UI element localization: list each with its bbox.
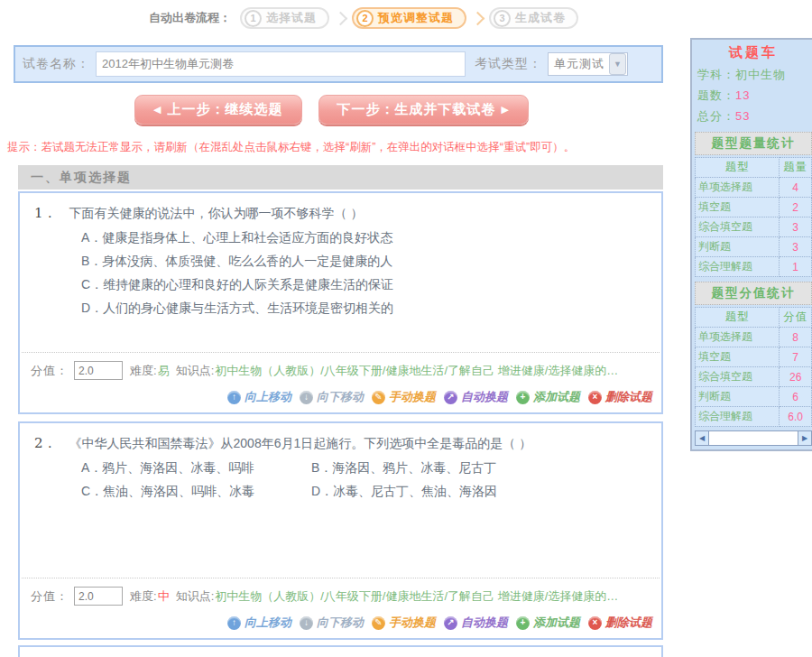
row-type: 判断题 xyxy=(696,387,780,407)
add-question-button[interactable]: + 添加试题 xyxy=(516,615,580,631)
exam-type-selected-value: 单元测试 xyxy=(549,56,608,72)
difficulty-label: 难度: xyxy=(130,363,157,379)
question-count-value: 13 xyxy=(735,88,750,102)
nav-buttons-row: ◀ 上一步：继续选题 下一步：生成并下载试卷 ▶ xyxy=(0,95,663,125)
move-down-button[interactable]: ↓ 向下移动 xyxy=(300,389,364,405)
move-down-label: 向下移动 xyxy=(317,615,364,631)
row-value: 3 xyxy=(780,217,812,237)
row-value: 6 xyxy=(780,387,812,407)
scroll-right-icon[interactable]: ▶ xyxy=(798,430,812,446)
table-row: 填空题7 xyxy=(696,347,812,367)
option-row: C．焦油、海洛因、吗啡、冰毒 D．冰毒、尼古丁、焦油、海洛因 xyxy=(25,479,651,503)
wizard-flow-bar: 自动出卷流程： 1 选择试题 2 预览调整试题 3 生成试卷 xyxy=(0,0,812,30)
score-input[interactable] xyxy=(74,587,123,606)
count-stats-header: 题型题量统计 xyxy=(695,132,812,155)
add-circle-icon: + xyxy=(516,391,530,404)
add-question-button[interactable]: + 添加试题 xyxy=(516,389,580,405)
row-value: 6.0 xyxy=(780,407,812,427)
exam-type-label: 考试类型： xyxy=(475,56,542,72)
scroll-left-icon[interactable]: ◀ xyxy=(695,430,709,446)
option-a: A．健康是指身体上、心理上和社会适应方面的良好状态 xyxy=(25,226,651,249)
subject-label: 学科： xyxy=(697,68,735,81)
score-stats-table: 题型 分值 单项选择题8 填空题7 综合填空题26 判断题6 综合理解题6.0 xyxy=(695,307,812,427)
auto-swap-label: 自动换题 xyxy=(461,389,508,405)
knowledge-value: 初中生物（人教版）/八年级下册/健康地生活/了解自己 增进健康/选择健康的… xyxy=(215,588,618,605)
score-stats-header: 题型分值统计 xyxy=(695,282,812,305)
section-header: 一、单项选择题 xyxy=(18,165,663,190)
score-input[interactable] xyxy=(74,361,123,380)
left-arrow-icon: ◀ xyxy=(153,104,161,116)
question-2-stem-text: 《中华人民共和国禁毒法》从2008年6月1日起施行。下列选项中全是毒品的是（ ） xyxy=(69,436,532,450)
question-1-stem-text: 下面有关健康的说法中，你认为哪一项不够科学（ ） xyxy=(69,206,364,220)
table-row: 综合理解题1 xyxy=(696,257,812,277)
row-type: 填空题 xyxy=(696,347,780,367)
option-c: C．焦油、海洛因、吗啡、冰毒 xyxy=(25,479,311,503)
next-step-button[interactable]: 下一步：生成并下载试卷 ▶ xyxy=(318,95,529,125)
row-type: 综合填空题 xyxy=(696,217,780,237)
delete-question-button[interactable]: × 删除试题 xyxy=(588,615,652,631)
difficulty-label: 难度: xyxy=(130,588,157,605)
option-b: B．海洛因、鸦片、冰毒、尼古丁 xyxy=(311,456,496,479)
option-c: C．维持健康的心理和良好的人际关系是健康生活的保证 xyxy=(25,273,651,296)
move-up-button[interactable]: ↑ 向上移动 xyxy=(227,389,291,405)
row-type: 综合填空题 xyxy=(696,367,780,387)
row-type: 填空题 xyxy=(696,198,780,217)
table-row: 单项选择题8 xyxy=(696,328,812,347)
manual-swap-label: 手动换题 xyxy=(389,615,436,631)
chevron-down-icon[interactable]: ▼ xyxy=(609,53,626,75)
question-1-actions: ↑ 向上移动 ↓ 向下移动 ✎ 手动换题 ↗ 自动换题 + 添加试题 × 删除试… xyxy=(20,386,661,412)
question-2-content: 2．《中华人民共和国禁毒法》从2008年6月1日起施行。下列选项中全是毒品的是（… xyxy=(20,423,661,578)
question-cart-panel: 试题车 学科：初中生物 题数：13 总分：53 题型题量统计 题型 题量 单项选… xyxy=(690,38,812,451)
score-label: 分值： xyxy=(31,588,69,605)
row-value: 2 xyxy=(780,198,812,217)
row-value: 26 xyxy=(780,367,812,387)
flow-label: 自动出卷流程： xyxy=(149,10,231,26)
step-preview-adjust: 2 预览调整试题 xyxy=(352,7,466,29)
add-question-label: 添加试题 xyxy=(533,389,580,405)
manual-swap-button[interactable]: ✎ 手动换题 xyxy=(372,389,436,405)
paper-name-label: 试卷名称： xyxy=(23,56,90,72)
prev-step-label: 上一步：继续选题 xyxy=(168,101,283,118)
total-score-value: 53 xyxy=(735,109,750,123)
add-question-label: 添加试题 xyxy=(533,615,580,631)
subject-value: 初中生物 xyxy=(735,68,786,81)
row-type: 单项选择题 xyxy=(696,328,780,347)
option-d: D．人们的身心健康与生活方式、生活环境是密切相关的 xyxy=(25,296,651,319)
cart-horizontal-scrollbar[interactable]: ◀ ▶ xyxy=(695,430,812,446)
option-d: D．冰毒、尼古丁、焦油、海洛因 xyxy=(311,479,497,503)
prev-step-button[interactable]: ◀ 上一步：继续选题 xyxy=(134,95,301,125)
table-row: 单项选择题4 xyxy=(696,178,812,198)
col-score-header: 分值 xyxy=(780,308,812,328)
exam-type-select[interactable]: 单元测试 ▼ xyxy=(548,52,628,76)
auto-swap-circle-icon: ↗ xyxy=(444,391,457,404)
question-card-3-partial xyxy=(18,645,663,657)
row-value: 8 xyxy=(780,328,812,347)
move-up-label: 向上移动 xyxy=(245,615,291,631)
cart-subject-row: 学科：初中生物 xyxy=(692,65,812,86)
move-up-button[interactable]: ↑ 向上移动 xyxy=(227,615,291,631)
auto-swap-circle-icon: ↗ xyxy=(444,616,457,630)
arrow-down-circle-icon: ↓ xyxy=(300,391,313,404)
row-value: 7 xyxy=(780,347,812,367)
step-3-number-icon: 3 xyxy=(494,10,511,27)
right-arrow-icon: ▶ xyxy=(502,104,510,116)
count-stats-table: 题型 题量 单项选择题4 填空题2 综合填空题3 判断题3 综合理解题1 xyxy=(695,157,812,277)
manual-swap-button[interactable]: ✎ 手动换题 xyxy=(372,615,436,631)
table-row: 综合理解题6.0 xyxy=(696,407,812,427)
col-type-header: 题型 xyxy=(696,158,780,178)
question-card-1: 1．下面有关健康的说法中，你认为哪一项不够科学（ ） A．健康是指身体上、心理上… xyxy=(18,191,663,414)
question-2-options: A．鸦片、海洛因、冰毒、吗啡 B．海洛因、鸦片、冰毒、尼古丁 C．焦油、海洛因、… xyxy=(25,456,651,503)
wizard-steps: 1 选择试题 2 预览调整试题 3 生成试卷 xyxy=(240,7,578,29)
arrow-up-circle-icon: ↑ xyxy=(227,616,241,630)
paper-name-input[interactable] xyxy=(96,51,466,77)
delete-question-button[interactable]: × 删除试题 xyxy=(588,389,652,405)
next-step-label: 下一步：生成并下载试卷 xyxy=(337,101,496,118)
move-down-button[interactable]: ↓ 向下移动 xyxy=(300,615,364,631)
scrollbar-track[interactable] xyxy=(709,430,798,446)
question-1-meta-row: 分值： 难度: 易 知识点: 初中生物（人教版）/八年级下册/健康地生活/了解自… xyxy=(22,352,660,386)
auto-swap-button[interactable]: ↗ 自动换题 xyxy=(444,389,508,405)
auto-swap-button[interactable]: ↗ 自动换题 xyxy=(444,615,508,631)
delete-circle-icon: × xyxy=(588,391,602,404)
question-count-label: 题数： xyxy=(697,88,735,102)
col-count-header: 题量 xyxy=(780,158,812,178)
